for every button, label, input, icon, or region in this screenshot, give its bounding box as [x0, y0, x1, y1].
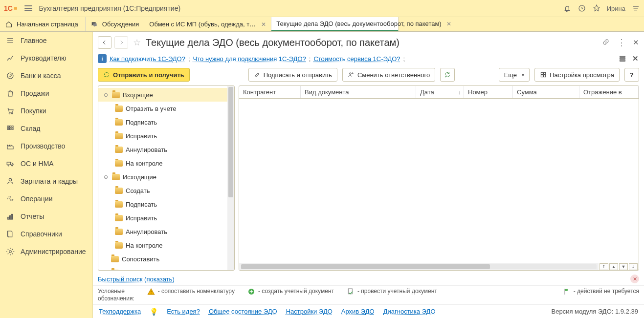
expand-icon[interactable]: ⊖ [102, 92, 109, 98]
col-reflection[interactable]: Отражение в [579, 86, 639, 98]
tree-node-label: Создать [126, 187, 150, 194]
nav-back-button[interactable] [98, 36, 111, 49]
link-icon[interactable] [601, 38, 610, 48]
svg-rect-7 [12, 126, 13, 127]
status-link-overall[interactable]: Общее состояние ЭДО [209, 308, 277, 315]
factory-icon [6, 142, 15, 150]
tree-node[interactable]: Создать [98, 184, 227, 197]
tree-node[interactable]: ⊖Исходящие [98, 170, 227, 184]
tree-node[interactable]: Подписать [98, 197, 227, 211]
clear-search-icon[interactable]: ✕ [630, 275, 639, 283]
table-hscroll[interactable] [239, 263, 599, 270]
main-menu-icon[interactable] [24, 5, 32, 11]
status-link-settings[interactable]: Настройки ЭДО [286, 308, 333, 315]
refresh-button[interactable] [440, 68, 455, 82]
tree-node[interactable]: Отразить в учете [98, 102, 227, 115]
tree-node[interactable]: Аннулировать [98, 143, 227, 156]
support-link[interactable]: Техподдержка [99, 308, 141, 315]
sidebar-item-menu[interactable]: Главное [0, 32, 92, 49]
col-date[interactable]: Дата [416, 86, 464, 98]
col-counterparty[interactable]: Контрагент [239, 86, 301, 98]
bell-icon[interactable] [563, 4, 572, 13]
close-workspace-icon[interactable]: ✕ [633, 38, 639, 47]
svg-rect-29 [544, 75, 546, 77]
history-icon[interactable] [577, 4, 586, 13]
pager-up[interactable]: ▲ [609, 263, 618, 270]
help-button[interactable]: ? [624, 68, 639, 82]
sign-send-button[interactable]: Подписать и отправить [248, 68, 337, 82]
sidebar-item-cart[interactable]: Покупки [0, 102, 92, 120]
sidebar-item-truck[interactable]: ОС и НМА [0, 155, 92, 172]
sidebar-item-chart[interactable]: Руководителю [0, 49, 92, 67]
tab-label: Текущие дела ЭДО (весь документооборот, … [276, 20, 441, 27]
bulb-icon: 💡 [150, 308, 158, 316]
col-number[interactable]: Номер [464, 86, 513, 98]
hint-link-1[interactable]: Как подключить 1С-ЭДО? [110, 55, 185, 63]
svg-rect-17 [8, 217, 9, 220]
svg-rect-21 [620, 56, 625, 57]
list-view-icon[interactable] [619, 55, 626, 63]
folder-icon [112, 92, 120, 98]
tree-node[interactable]: Исправить [98, 211, 227, 225]
module-version: Версия модуля ЭДО: 1.9.2.39 [552, 308, 639, 315]
close-icon[interactable]: ✕ [446, 21, 451, 27]
kebab-icon[interactable]: ⋮ [617, 37, 626, 48]
folder-icon [111, 270, 119, 271]
tab-edo-current[interactable]: Текущие дела ЭДО (весь документооборот, … [271, 17, 399, 31]
tree-node[interactable]: Аннулировать [98, 225, 227, 238]
sidebar-item-person[interactable]: Зарплата и кадры [0, 172, 92, 190]
close-hints-icon[interactable]: ✕ [631, 55, 639, 63]
star-icon[interactable] [592, 4, 601, 13]
tab-discussions[interactable]: Обсуждения [86, 17, 145, 31]
pager-last[interactable]: ⤓ [629, 263, 638, 270]
svg-rect-26 [541, 72, 543, 74]
tree-node[interactable]: Подписать [98, 115, 227, 129]
workspace-header: ☆ Текущие дела ЭДО (весь документооборот… [93, 32, 644, 51]
hint-link-2[interactable]: Что нужно для подключения 1С-ЭДО? [193, 55, 306, 63]
cart-icon [6, 106, 15, 115]
tree-node[interactable]: На контроле [98, 156, 227, 170]
settings-lines-icon[interactable] [631, 4, 640, 13]
svg-point-30 [151, 293, 151, 294]
svg-rect-11 [7, 162, 11, 165]
tree-node[interactable]: На контроле [98, 238, 227, 252]
tree-node-label: Исходящие [123, 173, 156, 181]
pager-down[interactable]: ▼ [619, 263, 628, 270]
tab-home[interactable]: Начальная страница [0, 17, 86, 31]
idea-link[interactable]: Есть идея? [167, 308, 200, 315]
view-settings-button[interactable]: Настройка просмотра [534, 68, 620, 82]
home-icon [5, 21, 13, 28]
svg-rect-22 [620, 58, 625, 59]
sidebar-item-factory[interactable]: Производство [0, 137, 92, 155]
grid-icon [540, 71, 547, 78]
status-link-archive[interactable]: Архив ЭДО [341, 308, 375, 315]
svg-point-12 [8, 165, 9, 166]
tree-scrollbar[interactable] [227, 86, 234, 270]
quick-search-link[interactable]: Быстрый поиск (показать) [98, 276, 175, 283]
more-button[interactable]: Еще [499, 68, 530, 82]
tab-exchange[interactable]: Обмен с ИС МП (обувь, одежда, табак...) … [144, 17, 271, 31]
favorite-star-icon[interactable]: ☆ [133, 37, 141, 48]
sidebar-item-book[interactable]: Справочники [0, 225, 92, 243]
change-responsible-button[interactable]: Сменить ответственного [342, 68, 435, 82]
tree-node[interactable]: ⊖Входящие [98, 88, 227, 102]
sidebar-item-bag[interactable]: Продажи [0, 85, 92, 102]
tree-node[interactable]: Сопоставить [98, 252, 227, 266]
col-doc-type[interactable]: Вид документа [301, 86, 416, 98]
col-sum[interactable]: Сумма [513, 86, 579, 98]
tree-node[interactable]: Исправить [98, 129, 227, 143]
tree-node[interactable]: Отправить [98, 266, 227, 270]
hint-link-3[interactable]: Стоимость сервиса 1С-ЭДО? [313, 55, 400, 63]
sidebar-item-ops[interactable]: ДтКтОперации [0, 190, 92, 208]
expand-icon[interactable]: ⊖ [102, 174, 109, 180]
status-link-diagnostics[interactable]: Диагностика ЭДО [383, 308, 436, 315]
sidebar-item-report[interactable]: Отчеты [0, 208, 92, 225]
sidebar-item-warehouse[interactable]: Склад [0, 120, 92, 137]
sidebar-item-bank[interactable]: ₽Банк и касса [0, 67, 92, 85]
button-label: Сменить ответственного [357, 71, 430, 79]
close-icon[interactable]: ✕ [261, 21, 266, 28]
send-receive-button[interactable]: Отправить и получить [98, 68, 190, 82]
user-name[interactable]: Ирина [607, 5, 625, 12]
sidebar-item-gear[interactable]: Администрирование [0, 243, 92, 260]
pager-first[interactable]: ⤒ [600, 263, 608, 270]
